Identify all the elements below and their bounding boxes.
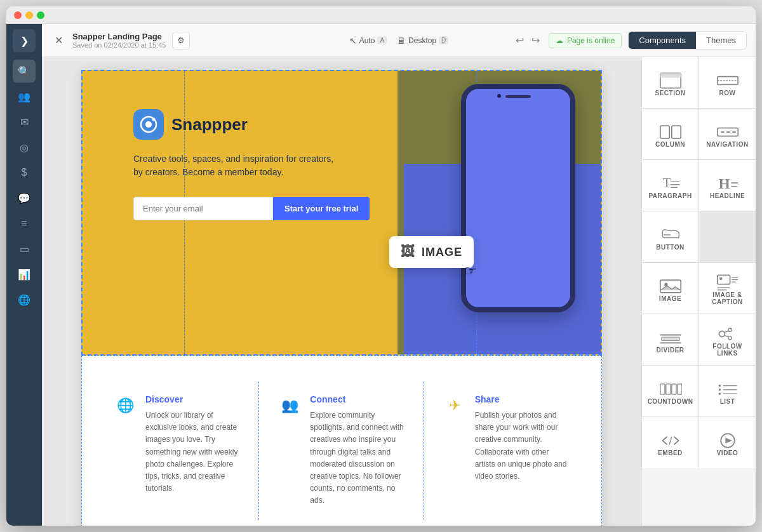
tab-components[interactable]: Components <box>629 32 696 49</box>
svg-point-44 <box>718 389 721 391</box>
sidebar-collapse-button[interactable]: ❯ <box>13 29 36 52</box>
navigation-icon <box>716 123 739 141</box>
sidebar-icon-charts[interactable]: 📊 <box>13 263 36 286</box>
sidebar-icon-messages[interactable]: ✉ <box>13 110 36 133</box>
video-icon <box>716 432 739 449</box>
toolbar: ✕ Snapper Landing Page Saved on 02/24/20… <box>42 24 756 57</box>
hero-section[interactable]: Snappper Creative tools, spaces, and ins… <box>81 70 602 356</box>
undo-redo-controls: ↩ ↪ <box>513 32 542 49</box>
component-image[interactable]: IMAGE <box>642 263 698 314</box>
svg-rect-31 <box>661 337 679 340</box>
titlebar <box>6 6 756 24</box>
feature-col-1: 👥 Connect Explore community spotlights, … <box>259 382 424 520</box>
cta-button[interactable]: Start your free trial <box>273 197 370 220</box>
component-divider[interactable]: DIVIDER <box>642 314 698 365</box>
feature-title-1: Connect <box>310 394 404 404</box>
column-icon <box>659 123 682 141</box>
component-row[interactable]: ROW <box>699 57 756 108</box>
svg-rect-23 <box>717 275 730 284</box>
paragraph-label: PARAGRAPH <box>648 192 692 199</box>
countdown-label: COUNTDOWN <box>648 398 693 405</box>
svg-point-35 <box>728 336 731 340</box>
desktop-mode-button[interactable]: 🖥 Desktop D <box>397 36 448 46</box>
svg-rect-39 <box>665 383 670 394</box>
svg-point-2 <box>152 118 156 121</box>
sidebar-icon-analytics[interactable]: ◎ <box>13 136 36 159</box>
svg-point-24 <box>719 277 722 280</box>
svg-point-1 <box>145 121 152 128</box>
component-video[interactable]: VIDEO <box>699 417 756 468</box>
svg-line-37 <box>725 336 728 337</box>
sidebar-icon-list[interactable]: ≡ <box>13 212 36 235</box>
components-grid: SECTION ROW <box>642 57 756 468</box>
component-section[interactable]: SECTION <box>642 57 698 108</box>
svg-rect-40 <box>671 383 676 394</box>
undo-button[interactable]: ↩ <box>513 32 526 49</box>
paragraph-icon: T <box>659 175 682 192</box>
sidebar-icon-audience[interactable]: 👥 <box>13 85 36 108</box>
svg-rect-38 <box>660 383 664 394</box>
auto-mode-button[interactable]: ↖ Auto A <box>349 36 387 46</box>
component-embed[interactable]: EMBED <box>642 417 698 468</box>
sidebar-left: ❯ 🔍 👥 ✉ ◎ $ 💬 ≡ ▭ 📊 🌐 <box>6 24 42 526</box>
redo-button[interactable]: ↪ <box>529 32 542 49</box>
section-icon <box>659 72 682 90</box>
component-headline[interactable]: H HeadLinE <box>699 160 756 211</box>
feature-desc-2: Publish your photos and share your work … <box>475 409 570 482</box>
svg-rect-41 <box>677 383 681 394</box>
component-blank[interactable] <box>699 211 756 262</box>
sidebar-icon-search[interactable]: 🔍 <box>13 60 36 83</box>
section-label: SECTION <box>655 90 686 96</box>
row-icon <box>716 72 739 90</box>
hero-tagline: Creative tools, spaces, and inspiration … <box>133 152 337 179</box>
feature-title-0: Discover <box>145 394 239 404</box>
sidebar-icon-global[interactable]: 🌐 <box>13 288 36 311</box>
tab-themes[interactable]: Themes <box>696 32 746 49</box>
component-list[interactable]: LIST <box>699 366 756 416</box>
sidebar-icon-comments[interactable]: 💬 <box>13 187 36 209</box>
logo-row: Snappper <box>133 109 370 140</box>
cloud-icon: ☁ <box>556 36 563 45</box>
close-window-button[interactable] <box>14 11 22 19</box>
list-label: LIST <box>720 398 735 405</box>
phone-speaker <box>505 95 531 98</box>
logo-icon <box>133 109 164 140</box>
phone-mockup <box>461 84 575 312</box>
embed-label: EMBED <box>658 449 683 456</box>
button-label: BUTTON <box>656 244 684 251</box>
svg-rect-8 <box>671 126 680 138</box>
component-paragraph[interactable]: T PARAGRAPH <box>642 160 698 211</box>
phone-camera <box>497 94 501 98</box>
component-countdown[interactable]: COUNTDOWN <box>642 366 698 416</box>
traffic-lights <box>14 11 44 19</box>
canvas-area[interactable]: Snappper Creative tools, spaces, and ins… <box>42 57 641 526</box>
image-caption-label: IMAGE & CAPTION <box>704 291 751 305</box>
right-panel: SECTION ROW <box>641 57 756 526</box>
panel-tabs: Components Themes <box>628 31 747 50</box>
component-column[interactable]: COLUMN <box>642 109 698 159</box>
embed-icon <box>659 432 682 449</box>
sidebar-icon-billing[interactable]: $ <box>13 161 36 184</box>
feature-icon-1: 👥 <box>278 394 301 417</box>
list-icon <box>716 380 739 398</box>
countdown-icon <box>659 380 682 398</box>
cursor-drag-icon: ☞ <box>464 263 477 279</box>
image-label: IMAGE <box>659 295 681 302</box>
component-navigation[interactable]: NAVIGATION <box>699 109 756 159</box>
auto-key: A <box>377 36 387 44</box>
email-form: Start your free trial <box>133 197 370 220</box>
close-page-button[interactable]: ✕ <box>51 33 66 48</box>
sidebar-icon-layout[interactable]: ▭ <box>13 237 36 260</box>
component-image-caption[interactable]: IMAGE & CAPTION <box>699 263 756 314</box>
image-icon <box>659 277 682 295</box>
divider-icon <box>659 329 682 347</box>
cursor-icon: ↖ <box>349 36 357 46</box>
minimize-window-button[interactable] <box>25 11 33 19</box>
settings-button[interactable]: ⚙ <box>172 32 190 50</box>
button-icon <box>659 226 682 244</box>
feature-col-0: 🌐 Discover Unlock our library of exclusi… <box>95 382 259 520</box>
component-button[interactable]: BUTTON <box>642 211 698 262</box>
component-follow-links[interactable]: FOLLOW LINKS <box>699 314 756 365</box>
maximize-window-button[interactable] <box>37 11 44 19</box>
email-input[interactable] <box>133 197 273 220</box>
